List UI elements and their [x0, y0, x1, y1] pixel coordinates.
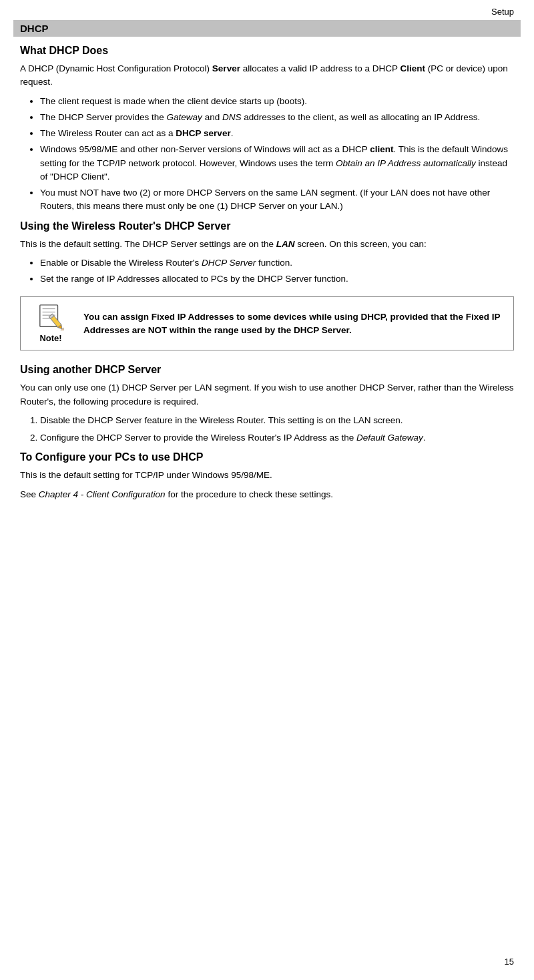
note-text: You can assign Fixed IP Addresses to som…: [83, 310, 507, 338]
note-label: Note!: [39, 333, 61, 343]
another-dhcp-steps: Disable the DHCP Server feature in the W…: [40, 414, 514, 445]
using-another-dhcp-intro: You can only use one (1) DHCP Server per…: [20, 381, 514, 409]
what-dhcp-bullets: The client request is made when the clie…: [40, 95, 514, 214]
page-header: Setup: [0, 0, 534, 20]
what-dhcp-intro: A DHCP (Dynamic Host Configuration Proto…: [20, 62, 514, 89]
header-title: Setup: [491, 7, 514, 17]
section-bar: DHCP: [13, 20, 521, 37]
main-content: What DHCP Does A DHCP (Dynamic Host Conf…: [0, 45, 534, 501]
configure-pcs-title: To Configure your PCs to use DHCP: [20, 451, 514, 463]
bullet-item: The Wireless Router can act as a DHCP se…: [40, 127, 514, 140]
page-number: 15: [505, 957, 514, 967]
bullet-item: The client request is made when the clie…: [40, 95, 514, 108]
step-item: Configure the DHCP Server to provide the…: [40, 431, 514, 445]
note-box: Note! You can assign Fixed IP Addresses …: [20, 296, 514, 350]
using-wireless-intro: This is the default setting. The DHCP Se…: [20, 238, 514, 251]
note-icon-container: Note!: [27, 304, 74, 343]
using-another-dhcp-title: Using another DHCP Server: [20, 364, 514, 376]
bullet-item: You must NOT have two (2) or more DHCP S…: [40, 186, 514, 214]
step-item: Disable the DHCP Server feature in the W…: [40, 414, 514, 427]
bullet-item: Windows 95/98/ME and other non-Server ve…: [40, 143, 514, 184]
using-wireless-router-title: Using the Wireless Router's DHCP Server: [20, 220, 514, 232]
bullet-item: Enable or Disable the Wireless Router's …: [40, 256, 514, 270]
what-dhcp-does-title: What DHCP Does: [20, 45, 514, 57]
section-bar-label: DHCP: [20, 23, 49, 34]
wireless-router-bullets: Enable or Disable the Wireless Router's …: [40, 256, 514, 286]
configure-pcs-line2: See Chapter 4 - Client Configuration for…: [20, 488, 514, 501]
bullet-item: Set the range of IP Addresses allocated …: [40, 272, 514, 286]
bullet-item: The DHCP Server provides the Gateway and…: [40, 111, 514, 124]
note-pencil-icon: [35, 304, 67, 330]
configure-pcs-line1: This is the default setting for TCP/IP u…: [20, 469, 514, 482]
